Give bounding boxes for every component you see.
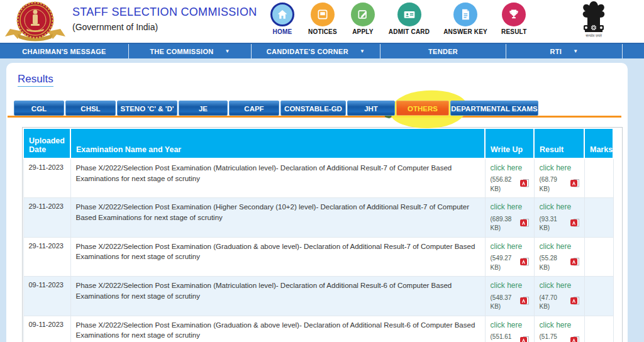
file-size-text: (47.70 KB) <box>540 294 569 312</box>
tabs-zone: CGLCHSLSTENO 'C' & 'D'JECAPFCONSTABLE-GD… <box>14 101 628 118</box>
pdf-icon-wrap[interactable] <box>570 336 579 342</box>
table-row: 09-11-2023Phase X/2022/Selection Post Ex… <box>23 277 613 316</box>
chevron-down-icon: ▼ <box>360 48 365 54</box>
exam-name-cell: Phase X/2022/Selection Post Examination … <box>70 277 485 316</box>
col-header-uploaded-date: Uploaded Date <box>23 128 70 158</box>
nav-item-rti[interactable]: RTI▼ <box>506 44 623 58</box>
nav-item-label: THE COMMISSION <box>150 48 213 55</box>
notices-icon <box>311 3 335 26</box>
quick-link-label: HOME <box>273 28 292 35</box>
writeup-cell: click here(551.61 KB) <box>485 316 534 342</box>
home-icon <box>270 3 294 26</box>
result-cell: click here(47.70 KB) <box>534 277 584 316</box>
file-size-text: (548.37 KB) <box>491 294 518 312</box>
results-heading-link[interactable]: Results <box>18 73 53 87</box>
pdf-icon-wrap[interactable] <box>520 258 529 269</box>
pdf-icon <box>520 336 529 342</box>
site-header: STAFF SELECTION COMMISSION (Government o… <box>0 0 644 43</box>
result-icon <box>502 3 526 26</box>
nav-item-candidate-s-corner[interactable]: CANDIDATE'S CORNER▼ <box>252 44 380 58</box>
nav-filler <box>623 44 644 58</box>
file-size-text: (68.79 KB) <box>540 175 569 194</box>
pdf-icon-wrap[interactable] <box>570 258 579 269</box>
tab-constable-gd[interactable]: CONSTABLE-GD <box>280 101 346 116</box>
result-link[interactable]: click here <box>540 280 572 291</box>
tab-capf[interactable]: CAPF <box>229 101 279 116</box>
marks-cell <box>584 198 613 237</box>
quick-link-label: ADMIT CARD <box>389 28 430 35</box>
pdf-icon-wrap[interactable] <box>520 297 529 308</box>
uploaded-date-cell: 29-11-2023 <box>23 237 70 276</box>
pdf-icon <box>570 297 579 305</box>
svg-text:सत्यमेव जयते: सत्यमेव जयते <box>585 33 602 38</box>
col-header-marks: Marks <box>584 128 613 158</box>
tab-jht[interactable]: JHT <box>347 101 395 116</box>
writeup-link[interactable]: click here <box>491 280 523 291</box>
writeup-cell: click here(548.37 KB) <box>485 277 534 316</box>
quick-links: HOMENOTICESAPPLYADMIT CARDANSWER KEYRESU… <box>270 3 526 35</box>
tabs-underline <box>8 116 621 118</box>
writeup-link[interactable]: click here <box>491 320 523 331</box>
result-link[interactable]: click here <box>540 202 572 212</box>
tab-chsl[interactable]: CHSL <box>65 101 116 116</box>
quick-link-notices[interactable]: NOTICES <box>308 3 337 35</box>
file-size: (548.37 KB) <box>491 294 529 312</box>
pdf-icon <box>520 219 529 227</box>
result-cell: click here(93.31 KB) <box>534 198 584 237</box>
nav-item-the-commission[interactable]: THE COMMISSION▼ <box>129 44 252 58</box>
results-table: Uploaded Date Examination Name and Year … <box>23 128 614 342</box>
file-size: (55.28 KB) <box>540 254 579 272</box>
result-link[interactable]: click here <box>540 241 572 252</box>
quick-link-apply[interactable]: APPLY <box>351 3 375 35</box>
quick-link-answer-key[interactable]: ANSWER KEY <box>443 3 487 35</box>
writeup-link[interactable]: click here <box>491 163 523 174</box>
tab-cgl[interactable]: CGL <box>14 101 64 116</box>
apply-icon <box>351 3 375 26</box>
pdf-icon <box>570 179 579 187</box>
result-cell: click here(51.75 KB) <box>534 316 584 342</box>
admit-card-icon <box>397 3 421 26</box>
uploaded-date-cell: 29-11-2023 <box>23 198 70 237</box>
pdf-icon-wrap[interactable] <box>570 297 579 308</box>
pdf-icon-wrap[interactable] <box>520 336 529 342</box>
file-size: (556.82 KB) <box>491 175 529 194</box>
nav-item-tender[interactable]: TENDER <box>380 44 506 58</box>
nav-item-chairman-s-message[interactable]: CHAIRMAN'S MESSAGE <box>0 44 129 58</box>
result-link[interactable]: click here <box>540 163 572 174</box>
result-link[interactable]: click here <box>540 320 572 331</box>
table-row: 29-11-2023Phase X/2022/Selection Post Ex… <box>23 237 613 276</box>
nav-item-label: TENDER <box>428 48 458 55</box>
chevron-down-icon: ▼ <box>573 48 578 54</box>
pdf-icon-wrap[interactable] <box>520 179 529 190</box>
tabs-row: CGLCHSLSTENO 'C' & 'D'JECAPFCONSTABLE-GD… <box>14 101 628 116</box>
quick-link-result[interactable]: RESULT <box>501 3 526 35</box>
uploaded-date-cell: 09-11-2023 <box>23 316 70 342</box>
file-size: (551.61 KB) <box>491 333 529 342</box>
ssc-results-page: STAFF SELECTION COMMISSION (Government o… <box>0 0 644 342</box>
results-table-container: Uploaded Date Examination Name and Year … <box>22 127 623 342</box>
pdf-icon <box>520 297 529 305</box>
ssc-logo-icon <box>4 1 67 44</box>
tab-je[interactable]: JE <box>179 101 228 116</box>
tab-steno-c-d-[interactable]: STENO 'C' & 'D' <box>117 101 177 116</box>
exam-name-cell: Phase X/2022/Selection Post Examination … <box>70 158 485 198</box>
tab-others[interactable]: OTHERS <box>396 101 449 116</box>
table-row: 09-11-2023Phase X/2022/Selection Post Ex… <box>23 316 613 342</box>
answer-key-icon <box>453 3 477 26</box>
writeup-link[interactable]: click here <box>491 202 523 212</box>
org-title-block: STAFF SELECTION COMMISSION (Government o… <box>72 6 257 32</box>
writeup-link[interactable]: click here <box>491 241 523 252</box>
table-row: 29-11-2023Phase X/2022/Selection Post Ex… <box>23 198 613 237</box>
pdf-icon-wrap[interactable] <box>570 219 579 230</box>
result-cell: click here(55.28 KB) <box>534 237 584 276</box>
org-name: STAFF SELECTION COMMISSION <box>72 6 257 19</box>
pdf-icon-wrap[interactable] <box>570 179 579 190</box>
exam-name-cell: Phase X/2022/Selection Post Examination … <box>70 316 485 342</box>
quick-link-home[interactable]: HOME <box>270 3 294 35</box>
chevron-down-icon: ▼ <box>225 48 230 54</box>
pdf-icon-wrap[interactable] <box>520 219 529 230</box>
quick-link-admit-card[interactable]: ADMIT CARD <box>389 3 430 35</box>
marks-cell <box>584 158 613 198</box>
writeup-cell: click here(689.38 KB) <box>485 198 534 237</box>
tab-departmental-exams[interactable]: DEPARTMENTAL EXAMS <box>450 101 538 116</box>
